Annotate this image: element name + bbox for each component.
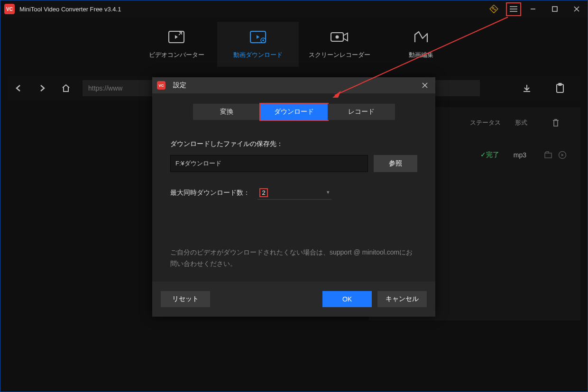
app-title: MiniTool Video Converter Free v3.4.1 [19, 6, 121, 13]
svg-marker-10 [257, 35, 259, 39]
main-tabs: ビデオコンバーター 動画ダウンロード スクリーンレコーダー 動画編集 [0, 22, 588, 67]
dialog-close-button[interactable] [419, 80, 431, 91]
home-icon [61, 83, 71, 93]
title-bar: VC MiniTool Video Converter Free v3.4.1 … [0, 0, 588, 18]
reset-button[interactable]: リセット [161, 291, 210, 307]
col-status: ステータス [470, 119, 501, 127]
max-downloads-select[interactable]: 2 ▾ [257, 186, 331, 200]
settings-dialog: VC 設定 変換 ダウンロード レコード ダウンロードしたファイルの保存先： 参… [152, 77, 435, 317]
settings-note: ご自分のビデオがダウンロードされたくない場合は、support @ minito… [170, 247, 417, 270]
svg-point-13 [336, 35, 339, 38]
menu-button[interactable] [506, 2, 521, 16]
forward-button[interactable] [35, 81, 49, 95]
tab-label: 動画編集 [409, 51, 433, 59]
tab-label: スクリーンレコーダー [309, 51, 370, 59]
window-controls: ⚿ [483, 0, 588, 18]
arrow-left-icon [14, 84, 23, 92]
dialog-header: VC 設定 [152, 77, 435, 93]
save-to-label: ダウンロードしたファイルの保存先： [170, 140, 417, 148]
save-path-input[interactable] [170, 155, 368, 172]
maximize-button[interactable] [544, 0, 566, 18]
max-downloads-value: 2 [259, 188, 268, 197]
settings-tab-convert[interactable]: 変換 [193, 104, 260, 120]
key-icon: ⚿ [488, 3, 500, 15]
svg-marker-8 [175, 35, 178, 39]
clipboard-icon [555, 83, 565, 93]
row-format: mp3 [514, 151, 526, 159]
tab-video-download[interactable]: 動画ダウンロード [217, 22, 299, 67]
svg-rect-16 [545, 153, 551, 158]
tab-video-converter[interactable]: ビデオコンバーター [136, 22, 217, 67]
moviemaker-icon [414, 30, 428, 44]
recorder-icon [331, 30, 349, 44]
paste-button[interactable] [553, 81, 567, 95]
row-status: ✓完了 [480, 151, 499, 159]
svg-marker-18 [561, 154, 564, 156]
close-icon [422, 82, 428, 88]
app-logo: VC [4, 4, 15, 14]
converter-icon [168, 30, 184, 44]
dialog-logo: VC [157, 81, 165, 90]
download-icon [250, 30, 266, 44]
settings-body: ダウンロードしたファイルの保存先： 参照 最大同時ダウンロード数： 2 ▾ [152, 120, 435, 200]
col-format: 形式 [515, 119, 527, 127]
settings-tab-download[interactable]: ダウンロード [260, 104, 328, 120]
minimize-icon [530, 6, 536, 12]
upgrade-key-button[interactable]: ⚿ [483, 0, 505, 18]
svg-rect-4 [552, 7, 557, 11]
hamburger-icon [510, 6, 517, 12]
minimize-button[interactable] [522, 0, 544, 18]
tab-label: ビデオコンバーター [149, 51, 204, 59]
tab-screen-recorder[interactable]: スクリーンレコーダー [299, 22, 380, 67]
open-folder-icon[interactable] [544, 151, 552, 159]
dialog-title: 設定 [173, 81, 186, 90]
trash-icon[interactable] [551, 118, 560, 128]
dialog-footer: リセット OK キャンセル [152, 282, 435, 317]
download-action-button[interactable] [520, 81, 534, 95]
close-icon [574, 6, 579, 12]
settings-tabs: 変換 ダウンロード レコード [152, 104, 435, 120]
browse-button[interactable]: 参照 [374, 155, 417, 172]
chevron-down-icon: ▾ [327, 189, 330, 195]
maximize-icon [552, 6, 558, 12]
home-button[interactable] [59, 81, 73, 95]
max-downloads-label: 最大同時ダウンロード数： [170, 189, 250, 197]
tab-label: 動画ダウンロード [233, 51, 283, 59]
cancel-button[interactable]: キャンセル [377, 291, 427, 307]
settings-tab-record[interactable]: レコード [328, 104, 395, 120]
back-button[interactable] [11, 81, 26, 95]
download-arrow-icon [522, 83, 532, 93]
arrow-right-icon [38, 84, 46, 92]
tab-video-edit[interactable]: 動画編集 [380, 22, 462, 67]
play-circle-icon[interactable] [558, 151, 567, 159]
close-window-button[interactable] [566, 0, 588, 18]
ok-button[interactable]: OK [322, 291, 372, 307]
